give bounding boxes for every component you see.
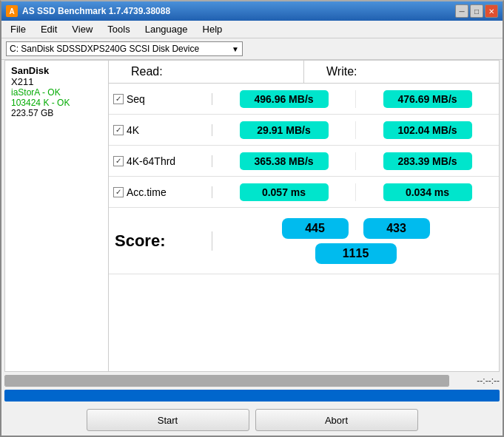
main-content: SanDisk X211 iaStorA - OK 103424 K - OK … <box>4 60 500 372</box>
score-label-cell: Score: <box>109 231 212 251</box>
close-button[interactable]: ✕ <box>485 4 498 18</box>
start-button[interactable]: Start <box>87 409 249 431</box>
seq-values: 496.96 MB/s 476.69 MB/s <box>212 90 499 108</box>
drive-block: 103424 K - OK <box>11 98 102 108</box>
seq-checkbox[interactable]: ✓ <box>113 94 124 104</box>
score-label: Score: <box>115 231 165 251</box>
drive-size: 223.57 GB <box>11 108 102 118</box>
bottom-area: --:--:-- Start Abort <box>1 372 503 436</box>
drive-brand: SanDisk <box>11 65 102 76</box>
drive-select-arrow-icon: ▼ <box>232 45 239 53</box>
drive-selector[interactable]: C: SanDisk SDSSDXPS240G SCSI Disk Device… <box>6 41 243 56</box>
button-row: Start Abort <box>4 406 500 436</box>
menu-bar: FileEditViewToolsLanguageHelp <box>1 21 503 38</box>
table-row: ✓ Acc.time 0.057 ms 0.034 ms <box>109 177 499 208</box>
4k-values: 29.91 MB/s 102.04 MB/s <box>212 121 499 139</box>
4k64-read-cell: 365.38 MB/s <box>212 152 356 170</box>
4k-read-badge: 29.91 MB/s <box>240 121 329 139</box>
score-values: 445 433 1115 <box>212 218 499 264</box>
progress-bar-container <box>4 375 449 387</box>
seq-write-badge: 476.69 MB/s <box>383 90 472 108</box>
menu-item-tools[interactable]: Tools <box>101 22 135 36</box>
4k64-row-left: ✓ 4K-64Thrd <box>109 155 212 167</box>
write-header: Write: <box>304 61 499 83</box>
title-bar-left: A AS SSD Benchmark 1.7.4739.38088 <box>6 5 170 17</box>
4k64-label: 4K-64Thrd <box>127 155 175 167</box>
results-area: Read: Write: ✓ Seq 496.96 MB/s <box>109 61 499 371</box>
table-row: ✓ 4K 29.91 MB/s 102.04 MB/s <box>109 115 499 146</box>
4k-label: 4K <box>127 124 139 136</box>
menu-item-help[interactable]: Help <box>197 22 229 36</box>
minimize-button[interactable]: ─ <box>455 4 468 18</box>
drive-select-text: C: SanDisk SDSSDXPS240G SCSI Disk Device <box>10 44 199 54</box>
blue-progress-bar <box>4 390 500 402</box>
seq-label: Seq <box>127 93 145 105</box>
abort-button[interactable]: Abort <box>255 409 418 431</box>
acctime-read-cell: 0.057 ms <box>212 183 356 201</box>
main-window: A AS SSD Benchmark 1.7.4739.38088 ─ □ ✕ … <box>0 0 504 437</box>
seq-write-cell: 476.69 MB/s <box>356 90 499 108</box>
score-read-badge: 445 <box>282 218 349 239</box>
4k-read-cell: 29.91 MB/s <box>212 121 356 139</box>
progress-row: --:--:-- <box>4 375 500 387</box>
app-icon: A <box>6 5 18 17</box>
4k64-read-badge: 365.38 MB/s <box>240 152 329 170</box>
read-header: Read: <box>109 61 304 83</box>
acctime-read-badge: 0.057 ms <box>240 183 329 201</box>
drive-model: X211 <box>11 76 102 87</box>
4k64-write-cell: 283.39 MB/s <box>356 152 499 170</box>
seq-read-cell: 496.96 MB/s <box>212 90 356 108</box>
results-header: Read: Write: <box>109 61 499 84</box>
seq-read-badge: 496.96 MB/s <box>240 90 329 108</box>
4k-checkbox[interactable]: ✓ <box>113 125 124 135</box>
results-rows: ✓ Seq 496.96 MB/s 476.69 MB/s <box>109 84 499 371</box>
4k-write-badge: 102.04 MB/s <box>383 121 472 139</box>
menu-item-language[interactable]: Language <box>139 22 194 36</box>
menu-item-edit[interactable]: Edit <box>35 22 63 36</box>
seq-row-left: ✓ Seq <box>109 93 212 105</box>
4k64-write-badge: 283.39 MB/s <box>383 152 472 170</box>
title-bar: A AS SSD Benchmark 1.7.4739.38088 ─ □ ✕ <box>1 1 503 21</box>
time-display: --:--:-- <box>455 376 500 386</box>
score-row: Score: 445 433 1115 <box>109 208 499 274</box>
table-row: ✓ 4K-64Thrd 365.38 MB/s 283.39 MB/s <box>109 146 499 177</box>
score-top: 445 433 <box>282 218 430 239</box>
title-bar-buttons: ─ □ ✕ <box>455 4 498 18</box>
acctime-values: 0.057 ms 0.034 ms <box>212 183 499 201</box>
acctime-checkbox[interactable]: ✓ <box>113 187 124 197</box>
window-title: AS SSD Benchmark 1.7.4739.38088 <box>22 6 170 16</box>
drive-driver: iaStorA - OK <box>11 87 102 98</box>
table-row: ✓ Seq 496.96 MB/s 476.69 MB/s <box>109 84 499 115</box>
menu-item-view[interactable]: View <box>66 22 98 36</box>
progress-bar-fill <box>5 376 448 386</box>
score-write-badge: 433 <box>363 218 430 239</box>
4k64-values: 365.38 MB/s 283.39 MB/s <box>212 152 499 170</box>
acctime-row-left: ✓ Acc.time <box>109 186 212 198</box>
4k64-checkbox[interactable]: ✓ <box>113 156 124 166</box>
score-total-badge: 1115 <box>315 243 397 264</box>
toolbar: C: SanDisk SDSSDXPS240G SCSI Disk Device… <box>1 38 503 60</box>
4k-row-left: ✓ 4K <box>109 124 212 136</box>
acctime-write-badge: 0.034 ms <box>383 183 472 201</box>
menu-item-file[interactable]: File <box>4 22 32 36</box>
maximize-button[interactable]: □ <box>470 4 483 18</box>
4k-write-cell: 102.04 MB/s <box>356 121 499 139</box>
acctime-write-cell: 0.034 ms <box>356 183 499 201</box>
info-panel: SanDisk X211 iaStorA - OK 103424 K - OK … <box>5 61 109 371</box>
acctime-label: Acc.time <box>127 186 167 198</box>
